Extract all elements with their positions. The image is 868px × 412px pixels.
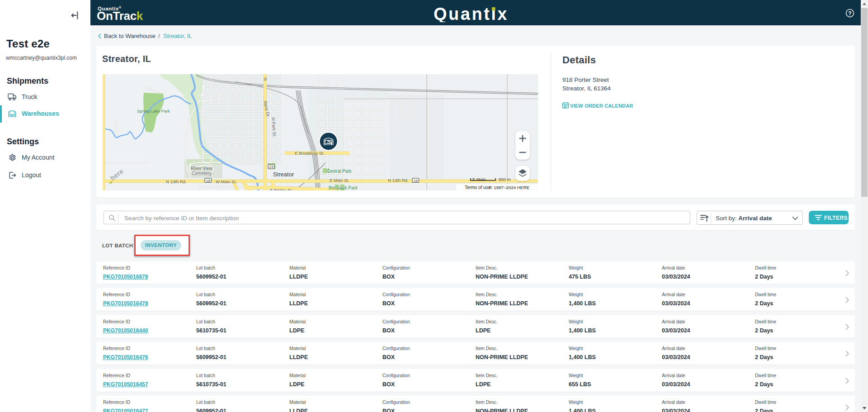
svg-text:18: 18 (414, 178, 418, 182)
svg-text:23: 23 (269, 165, 274, 169)
svg-text:Bodznick Park: Bodznick Park (329, 185, 358, 190)
svg-text:N 13th Rd.: N 13th Rd. (388, 177, 408, 182)
svg-text:E Broadway St.: E Broadway St. (295, 151, 324, 156)
svg-text:E Main: E Main (472, 177, 486, 182)
svg-text:Streator: Streator (273, 171, 294, 178)
svg-text:18: 18 (206, 178, 210, 182)
svg-text:Spring Lake Park: Spring Lake Park (137, 109, 170, 114)
svg-text:500 m: 500 m (499, 177, 510, 182)
svg-text:River View: River View (191, 166, 212, 171)
svg-text:E Main St.: E Main St. (330, 177, 349, 182)
svg-text:Central Park: Central Park (326, 169, 352, 174)
svg-text:Cemetery: Cemetery (192, 171, 211, 176)
svg-text:Quantıx: Quantıx (434, 5, 509, 22)
svg-text:Terms of use: Terms of use (465, 185, 491, 189)
svg-text:?: ? (848, 10, 851, 17)
svg-text:E Bridge St.: E Bridge St. (270, 188, 293, 190)
svg-text:© 1987–2024 HERE: © 1987–2024 HERE (489, 185, 529, 189)
svg-text:W Main St.: W Main St. (216, 179, 236, 184)
svg-text:N 13th Rd.: N 13th Rd. (166, 179, 186, 184)
